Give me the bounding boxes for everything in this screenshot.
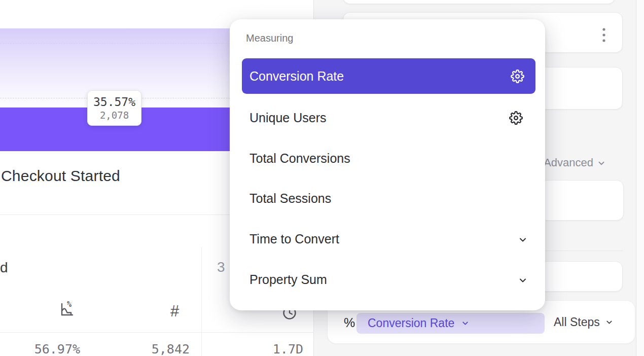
tooltip-rate: 35.57%	[93, 95, 135, 109]
menu-item-conversion-rate[interactable]: Conversion Rate	[242, 58, 535, 94]
gear-icon[interactable]	[511, 69, 524, 83]
tooltip-count: 2,078	[100, 110, 129, 121]
bar-tooltip: 35.57% 2,078	[87, 90, 141, 126]
count-icon: #	[170, 302, 179, 321]
table-cell-conversion-rate: 56.97%	[20, 342, 80, 356]
conversion-rate-chart-icon: %	[57, 300, 76, 319]
menu-item-total-conversions[interactable]: Total Conversions	[249, 151, 350, 166]
table-next-step-number: 3	[217, 259, 225, 275]
menu-item-label: Conversion Rate	[249, 69, 344, 84]
funnel-step-label: Checkout Started	[1, 167, 120, 185]
menu-item-unique-users[interactable]: Unique Users	[249, 111, 326, 125]
sidebar-right-gutter	[636, 0, 644, 356]
table-step-name-partial: d	[0, 260, 8, 276]
steps-selector-label: All Steps	[554, 315, 600, 329]
chevron-down-icon	[518, 275, 528, 286]
chevron-down-icon	[605, 318, 614, 327]
steps-selector[interactable]: All Steps	[554, 315, 614, 329]
kebab-menu-icon[interactable]	[602, 27, 605, 43]
menu-item-property-sum[interactable]: Property Sum	[249, 272, 327, 287]
builder-step-card-top[interactable]	[343, 0, 615, 4]
measuring-menu-title: Measuring	[246, 32, 293, 44]
menu-item-total-sessions[interactable]: Total Sessions	[249, 191, 331, 206]
table-cell-count: 5,842	[130, 342, 190, 356]
percent-symbol: %	[344, 315, 355, 330]
gear-icon[interactable]	[509, 111, 523, 125]
menu-item-time-to-convert[interactable]: Time to Convert	[249, 232, 339, 246]
measuring-menu: Measuring Conversion Rate Unique Users T…	[230, 19, 545, 310]
chevron-down-icon[interactable]	[597, 159, 606, 168]
table-cell-time: 1.7D	[243, 342, 303, 356]
svg-text:%: %	[67, 300, 71, 309]
table-row-divider	[0, 332, 314, 333]
table-column-divider	[201, 247, 202, 356]
measurement-chip-label: Conversion Rate	[368, 316, 454, 330]
measurement-chip[interactable]: Conversion Rate	[356, 313, 545, 334]
chevron-down-icon	[518, 235, 528, 245]
chevron-down-icon	[461, 319, 470, 328]
